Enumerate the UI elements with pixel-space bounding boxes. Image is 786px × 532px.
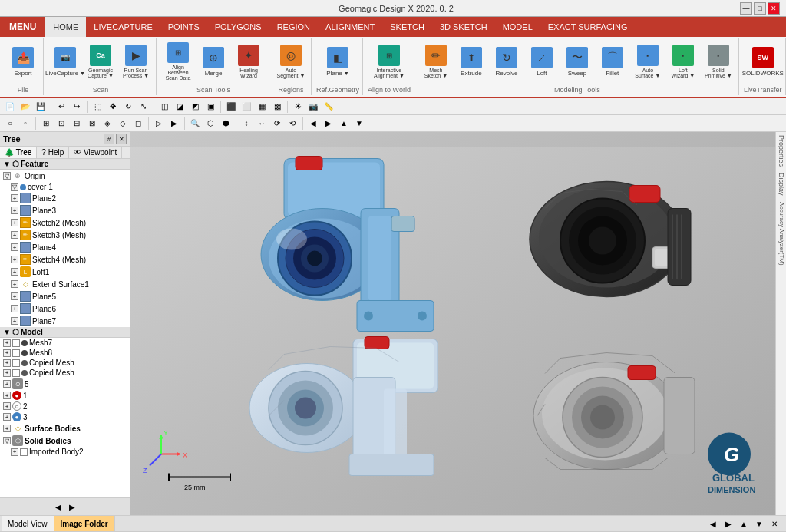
tb2-8[interactable]: ◇ [116,117,130,131]
fillet-btn[interactable]: ⌒ Fillet [596,40,629,83]
loft-btn[interactable]: ⟋ Loft [525,40,559,83]
tree-item-num3[interactable]: + ● 3 [0,411,130,422]
sketch3-expand[interactable]: + [11,231,18,239]
mesh-sketch-btn[interactable]: ✏ MeshSketch▼ [419,40,453,83]
tb2-nav1[interactable]: ◀ [306,117,320,131]
tab-exact-surfacing[interactable]: EXACT SURFACING [540,17,636,37]
mesh8-checkbox[interactable] [12,349,20,357]
plane4-expand[interactable]: + [11,243,18,251]
tb2-11[interactable]: ▶ [167,117,181,131]
tb-shading4[interactable]: ▩ [270,100,284,114]
plane3-expand[interactable]: + [11,207,18,214]
loft-wizard-btn[interactable]: ▪ LoftWizard▼ [666,40,700,83]
tree-item-solid-bodies[interactable]: ▽ ⬡ Solid Bodies [0,435,130,447]
tab-livecapture[interactable]: LIVECAPTURE [86,17,160,37]
menu-button[interactable]: MENU [0,17,45,37]
tab-sketch[interactable]: SKETCH [382,17,432,37]
imported-expand[interactable]: + [11,448,18,456]
tree-item-plane4[interactable]: + Plane4 [0,241,130,253]
tb2-6[interactable]: ⊠ [85,117,99,131]
tb2-14[interactable]: ⬢ [219,117,233,131]
tb-open[interactable]: 📂 [18,100,32,114]
tb-light[interactable]: ☀ [291,100,305,114]
nav-up[interactable]: ▲ [737,517,751,530]
tree-item-mesh7[interactable]: + Mesh7 [0,338,130,348]
tab-alignment[interactable]: ALIGNMENT [318,17,382,37]
tb2-7[interactable]: ◈ [101,117,114,131]
tb2-12[interactable]: 🔍 [188,117,202,131]
tree-item-num2[interactable]: + ○ 2 [0,401,130,411]
accuracy-analyzer-label[interactable]: Accuracy Analyzer(TM) [776,199,786,269]
healing-btn[interactable]: ✦ HealingWizard [232,40,266,83]
tree-item-cover1[interactable]: ▽ cover 1 [0,182,130,192]
num2-expand[interactable]: + [3,402,11,410]
tab-points[interactable]: POINTS [160,17,207,37]
properties-label[interactable]: Properties [776,132,786,170]
tb2-17[interactable]: ⟳ [270,117,284,131]
tb2-15[interactable]: ↕ [239,117,253,131]
plane6-expand[interactable]: + [11,305,18,312]
plane5-expand[interactable]: + [11,292,18,300]
run-scan-btn[interactable]: ▶ Run ScanProcess▼ [119,40,153,83]
tb2-9[interactable]: ◻ [131,117,145,131]
tb2-nav3[interactable]: ▲ [337,117,351,131]
tb2-4[interactable]: ⊡ [54,117,68,131]
tree-tab-viewpoint[interactable]: 👁 Viewpoint [69,147,122,158]
tree-item-num5[interactable]: + ⊙ 5 [0,378,130,390]
mesh7-expand[interactable]: + [3,339,11,347]
livecapture-btn[interactable]: 📷 LiveCapture▼ [48,40,82,83]
plane2-expand[interactable]: + [11,194,18,202]
tb2-18[interactable]: ⟲ [286,117,299,131]
tb2-1[interactable]: ○ [3,117,17,131]
mesh7-checkbox[interactable] [12,339,20,347]
tb-view4[interactable]: ▣ [203,100,217,114]
tb2-3[interactable]: ⊞ [39,117,53,131]
mesh8-expand[interactable]: + [3,349,11,357]
tree-tab-help[interactable]: ? Help [37,147,69,158]
origin-expand[interactable]: ▽ [3,172,11,180]
solid-bodies-expand[interactable]: ▽ [3,437,11,444]
tree-item-plane6[interactable]: + Plane6 [0,302,130,315]
auto-segment-btn[interactable]: ◎ AutoSegment▼ [274,40,308,83]
panel-close-btn[interactable]: ✕ [116,134,127,144]
image-folder-tab[interactable]: Image Folder [54,516,115,531]
copied1-checkbox[interactable] [12,359,20,367]
sweep-btn[interactable]: 〜 Sweep [560,40,594,83]
window-controls[interactable]: — □ ✕ [740,2,780,15]
copied2-checkbox[interactable] [12,369,20,377]
tb2-5[interactable]: ⊟ [70,117,84,131]
tb-shading2[interactable]: ⬜ [239,100,253,114]
tb-view1[interactable]: ◫ [157,100,171,114]
tb-scale[interactable]: ⤡ [137,100,150,114]
scroll-down-btn[interactable]: ▶ [65,500,79,514]
tree-item-plane7[interactable]: + Plane7 [0,315,130,327]
tree-item-sketch2[interactable]: + ✏ Sketch2 (Mesh) [0,216,130,229]
merge-btn[interactable]: ⊕ Merge [196,40,230,83]
tb-camera[interactable]: 📷 [306,100,320,114]
tree-item-plane2[interactable]: + Plane2 [0,192,130,204]
tb-view3[interactable]: ◩ [188,100,202,114]
tab-polygons[interactable]: POLYGONS [207,17,269,37]
solidworks-btn[interactable]: SW SOLIDWORKS [746,40,780,83]
tab-3dsketch[interactable]: 3D SKETCH [432,17,495,37]
plane7-expand[interactable]: + [11,317,18,325]
tb2-nav2[interactable]: ▶ [322,117,335,131]
tb2-2[interactable]: ▫ [18,117,32,131]
viewport[interactable]: X Y Z 25 mm G GLOBAL DIM [130,132,775,515]
tree-item-copied-mesh-1[interactable]: + Copied Mesh [0,358,130,368]
surface-bodies-expand[interactable]: + [3,425,11,432]
export-btn[interactable]: 📤 Export [6,40,40,83]
tb2-13[interactable]: ⬡ [203,117,217,131]
maximize-btn[interactable]: □ [754,2,766,15]
tree-item-surface-bodies[interactable]: + ◇ Surface Bodies [0,422,130,435]
cover1-expand[interactable]: ▽ [11,183,18,191]
revolve-btn[interactable]: ↻ Revolve [490,40,523,83]
model-view-tab[interactable]: Model View [2,516,54,531]
tb-redo[interactable]: ↪ [70,100,84,114]
nav-close[interactable]: ✕ [768,517,781,530]
model-expand[interactable]: ▼ [3,328,11,336]
geomagic-capture-btn[interactable]: Ca GeomagicCapture▼ [84,40,117,83]
tb2-nav4[interactable]: ▼ [352,117,366,131]
tree-item-copied-mesh-2[interactable]: + Copied Mesh [0,368,130,378]
loft1-expand[interactable]: + [11,268,18,276]
